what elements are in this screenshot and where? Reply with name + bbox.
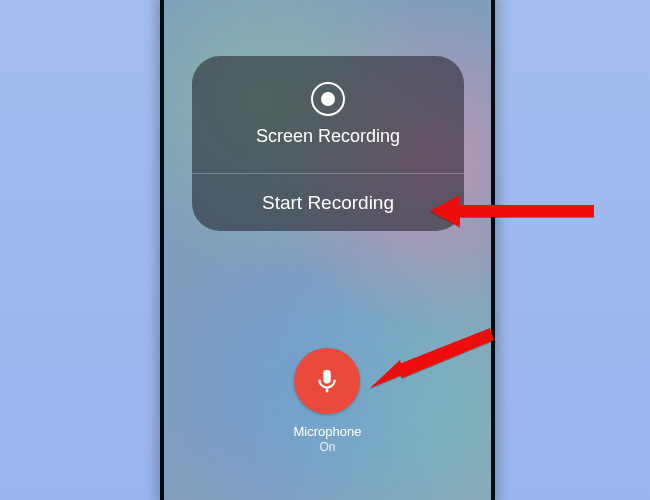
microphone-icon <box>313 366 343 396</box>
card-header: Screen Recording <box>192 56 464 173</box>
start-recording-button[interactable]: Start Recording <box>192 174 464 231</box>
card-title: Screen Recording <box>256 126 400 147</box>
record-icon <box>311 82 345 116</box>
screen-recording-card: Screen Recording Start Recording <box>192 56 464 231</box>
phone-screen: Screen Recording Start Recording Microph… <box>160 0 495 500</box>
microphone-label: Microphone <box>294 424 362 439</box>
microphone-toggle-button[interactable] <box>295 348 361 414</box>
microphone-status: On <box>294 440 362 454</box>
microphone-control: Microphone On <box>294 348 362 454</box>
record-icon-dot <box>321 92 335 106</box>
